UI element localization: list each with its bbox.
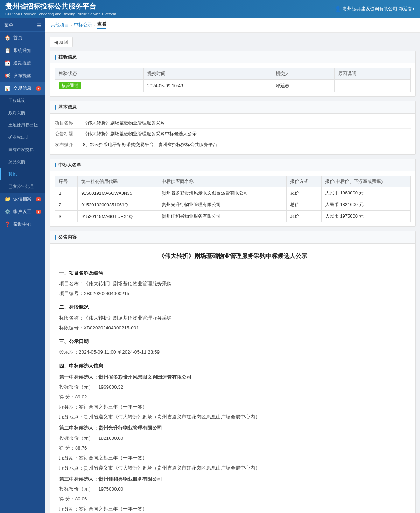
verify-time-cell: 2024-05-09 10:43 [144, 80, 272, 92]
announcement-title: 公告内容 [58, 234, 77, 240]
basic-info-card: 基本信息 项目名称 《伟大转折》剧场基础物业管理服务采购 公告标题 《伟大转折》… [50, 101, 416, 155]
header-subtitle: GuiZhou Province Tendering and Bidding P… [5, 12, 116, 16]
announcement-section-heading: 四、中标候选人信息 [59, 362, 406, 370]
announcement-section-heading: 二、标段概况 [59, 303, 406, 312]
winner-list-body: 序号 统一社会信用代码 中标供应商名称 报价方式 报价(中标价、下浮率或费率) … [50, 171, 415, 226]
sidebar-item-account[interactable]: ⚙️ 帐户设置 ● [0, 205, 46, 218]
status-badge: 核验通过 [59, 82, 81, 89]
winner-pricetype: 总价 [286, 211, 321, 222]
winner-code: 91520102009351061Q [78, 199, 158, 211]
sidebar-item-medicine[interactable]: 药品采购 [0, 156, 46, 168]
sidebar: 菜单 ☰ 🏠 首页 📋 系统通知 📅 逾期提醒 📢 发布提醒 📊 交易信息 ● … [0, 18, 46, 513]
winner-section: 第一中标候选人：贵州省多彩贵州风景眼文创园运管有限公司投标报价（元）：19690… [59, 373, 406, 421]
info-value-project: 《伟大转折》剧场基础物业管理服务采购 [83, 120, 411, 126]
winner-col-name: 中标供应商名称 [158, 176, 286, 187]
verify-reason-cell [335, 80, 411, 92]
winner-line: 得 分：88.76 [59, 444, 406, 452]
breadcrumb-winner[interactable]: 中标公示 [74, 22, 92, 28]
winner-seq: 2 [55, 199, 78, 211]
trade-icon: 📊 [4, 86, 10, 91]
winner-line: 服务期：签订合同之起三年（一年一签） [59, 403, 406, 411]
winner-col-code: 统一社会信用代码 [78, 176, 158, 187]
sidebar-item-home[interactable]: 🏠 首页 [0, 32, 46, 44]
sidebar-label-overdue: 逾期提醒 [13, 60, 31, 66]
info-row-project: 项目名称 《伟大转折》剧场基础物业管理服务采购 [55, 118, 411, 129]
winner-line: 投标报价（元）：1821600.00 [59, 434, 406, 443]
basic-info-body: 项目名称 《伟大转折》剧场基础物业管理服务采购 公告标题 《伟大转折》剧场基础物… [50, 114, 415, 154]
breadcrumb-current: 查看 [97, 21, 106, 29]
sidebar-item-mineral[interactable]: 矿业权出让 [0, 131, 46, 144]
winner-line: 投标报价（元）：1975000.00 [59, 485, 406, 493]
verify-status-cell: 核验通过 [55, 80, 144, 92]
announcement-line: 标段编号：XB020202404000215-001 [59, 324, 406, 332]
main-content: 其他项目 › 中标公示 › 查看 ◀ 返回 核验信息 [46, 18, 420, 513]
announcement-section-heading: 三、公示日期 [59, 337, 406, 346]
account-badge: ● [36, 210, 41, 214]
winner-col-price: 报价(中标价、下浮率或费率) [321, 176, 410, 187]
sidebar-submenu-trade: 工程建设 政府采购 土地使用权出让 矿业权出让 国有产权交易 药品采购 其他 已… [0, 95, 46, 193]
sidebar-label-account: 帐户设置 [13, 208, 31, 215]
sidebar-label-notify: 系统通知 [13, 47, 31, 54]
sidebar-label-integrity: 诚信档案 [13, 196, 31, 202]
winner-line: 服务期：签订合同之起三年（一年一签） [59, 505, 406, 513]
announcement-line: 公示期：2024-05-09 11:00 至2024-05-11 23:59 [59, 348, 406, 356]
sidebar-item-processed[interactable]: 已发公告处理 [0, 180, 46, 193]
basic-info-header: 基本信息 [50, 101, 415, 114]
announcement-line: 项目名称：《伟大转折》剧场基础物业管理服务采购 [59, 280, 406, 288]
account-icon: ⚙️ [4, 209, 10, 214]
trade-badge: ● [36, 86, 41, 91]
integrity-icon: 📁 [4, 196, 10, 202]
table-row: 1 91500191MA6GWAJN35 贵州省多彩贵州风景眼文创园运管有限公司… [55, 187, 411, 199]
sidebar-item-gov[interactable]: 政府采购 [0, 107, 46, 119]
page-area: ◀ 返回 核验信息 核验状态 提交时间 提交人 原因说明 [46, 33, 420, 513]
notify-icon: 📋 [4, 48, 10, 53]
help-icon: ❓ [4, 221, 10, 227]
sidebar-item-land[interactable]: 土地使用权出让 [0, 119, 46, 131]
info-row-announcement: 公告标题 《伟大转折》剧场基础物业管理服务采购中标候选人公示 [55, 129, 411, 139]
info-label-announcement: 公告标题 [55, 131, 83, 137]
sidebar-label-home: 首页 [13, 35, 22, 41]
winner-table: 序号 统一社会信用代码 中标供应商名称 报价方式 报价(中标价、下浮率或费率) … [55, 176, 411, 222]
breadcrumb-sep2: › [94, 22, 95, 28]
header-user[interactable]: 贵州弘典建设咨询有限公司-邓廷春▾ [335, 6, 415, 12]
integrity-badge: ● [36, 197, 41, 201]
winner-section: 第三中标候选人：贵州佳和兴物业服务有限公司投标报价（元）：1975000.00得… [59, 475, 406, 513]
sidebar-item-trade[interactable]: 📊 交易信息 ● [0, 82, 46, 95]
winner-col-seq: 序号 [55, 176, 78, 187]
winner-name: 贵州佳和兴物业服务有限公司 [158, 211, 286, 222]
menu-icon[interactable]: ☰ [37, 23, 41, 28]
return-label: 返回 [59, 39, 68, 45]
winner-list-title: 中标人名单 [58, 162, 81, 168]
sidebar-item-publish[interactable]: 📢 发布提醒 [0, 69, 46, 82]
sidebar-item-notify[interactable]: 📋 系统通知 [0, 44, 46, 57]
sidebar-label-land: 土地使用权出让 [8, 122, 38, 128]
announcement-header: 公告内容 [50, 231, 415, 244]
sidebar-item-help[interactable]: ❓ 帮助中心 [0, 218, 46, 231]
breadcrumb: 其他项目 › 中标公示 › 查看 [46, 18, 420, 33]
return-button[interactable]: ◀ 返回 [50, 37, 73, 47]
verify-person-cell: 邓廷春 [272, 80, 334, 92]
sidebar-label-medicine: 药品采购 [8, 159, 25, 165]
info-value-media: 8、黔云招采电子招标采购交易平台、贵州省招标投标公共服务平台 [83, 142, 411, 148]
verification-table: 核验状态 提交时间 提交人 原因说明 核验通过 2024 [55, 68, 411, 92]
table-row: 核验通过 2024-05-09 10:43 邓廷春 [55, 80, 411, 92]
sidebar-item-other[interactable]: 其他 [0, 168, 46, 180]
breadcrumb-other[interactable]: 其他项目 [51, 22, 69, 28]
verify-col-person: 提交人 [272, 68, 334, 80]
winner-line: 服务地点：贵州省遵义市《伟大转折》剧场（贵州省遵义市红花岗区凤凰山广场会展中心内… [59, 464, 406, 472]
sidebar-menu-header: 菜单 ☰ [0, 19, 46, 32]
sidebar-item-integrity[interactable]: 📁 诚信档案 ● [0, 193, 46, 205]
winner-list-card: 中标人名单 序号 统一社会信用代码 中标供应商名称 报价方式 报价(中标价、下浮… [50, 159, 416, 227]
verify-col-time: 提交时间 [144, 68, 272, 80]
verification-card-header: 核验信息 [50, 51, 415, 63]
verify-col-reason: 原因说明 [335, 68, 411, 80]
sidebar-item-state[interactable]: 国有产权交易 [0, 144, 46, 156]
winner-line: 得 分：89.02 [59, 393, 406, 401]
verification-card-body: 核验状态 提交时间 提交人 原因说明 核验通过 2024 [50, 63, 415, 96]
winner-line: 服务地点：贵州省遵义市《伟大转折》剧场（贵州省遵义市红花岗区凤凰山广场会展中心内… [59, 413, 406, 421]
winner-price: 人民币 1821600 元 [321, 199, 410, 211]
sidebar-item-engineering[interactable]: 工程建设 [0, 95, 46, 107]
winner-price: 人民币 1969000 元 [321, 187, 410, 199]
sidebar-item-overdue[interactable]: 📅 逾期提醒 [0, 57, 46, 69]
announcement-line: 标段名称：《伟大转折》剧场基础物业管理服务采购 [59, 314, 406, 322]
